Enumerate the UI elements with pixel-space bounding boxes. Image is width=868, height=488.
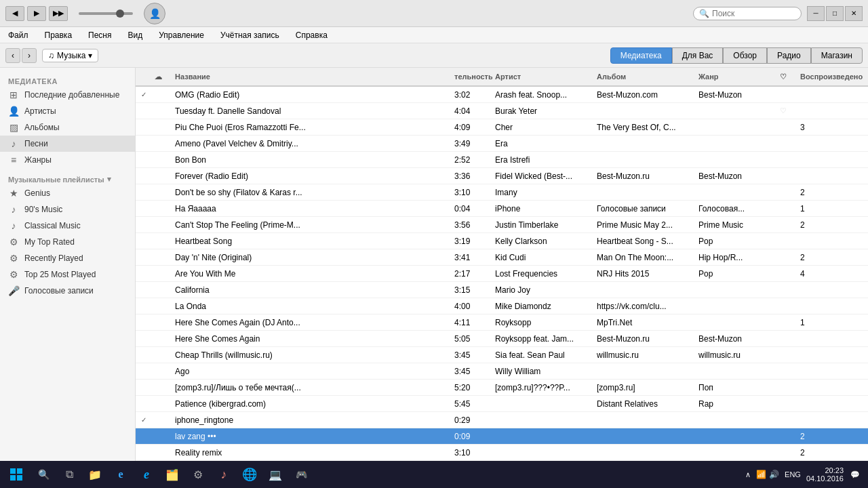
play-button[interactable]: ▶ [27,6,46,21]
taskbar-extra[interactable]: 🎮 [289,462,313,487]
sidebar-item-last-added[interactable]: ⊞ Последние добавленные [0,87,135,103]
sidebar-item-classical[interactable]: ♪ Classical Music [0,218,135,234]
location-box[interactable]: ♫ Музыка ▾ [42,49,98,62]
taskbar-ie[interactable]: e [134,462,159,487]
taskbar-edge[interactable]: e [108,462,133,487]
taskbar-settings[interactable]: ⚙ [186,462,210,487]
col-plays[interactable]: Воспроизведено [797,73,865,81]
search-box[interactable]: 🔍 [693,7,802,20]
table-row[interactable]: ✓ OMG (Radio Edit) 3:02 Arash feat. Snoo… [136,87,868,103]
table-row[interactable]: ✓ iphone_ringtone 0:29 [136,412,868,428]
table-row[interactable]: Here She Comes Again 5:05 Royksopp feat.… [136,331,868,347]
sidebar-item-voice-memos[interactable]: 🎤 Голосовые записи [0,283,135,299]
start-button[interactable] [3,462,30,487]
title-bar: ◀ ▶ ▶▶ 👤 🔍 ─ □ ✕ [0,0,868,27]
playlists-section-label[interactable]: Музыкальные плейлисты ▾ [0,168,135,185]
sidebar-item-top-25[interactable]: ⚙ Top 25 Most Played [0,266,135,283]
sidebar-item-label: Голосовые записи [24,286,94,296]
volume-slider[interactable] [79,12,133,15]
menu-file[interactable]: Файл [5,29,31,41]
close-button[interactable]: ✕ [845,6,863,21]
sidebar-item-90s[interactable]: ♪ 90's Music [0,201,135,218]
menu-help[interactable]: Справка [293,29,330,41]
table-row[interactable]: Ago 3:45 Willy William [136,363,868,380]
menu-view[interactable]: Вид [125,29,146,41]
menu-controls[interactable]: Управление [156,29,207,41]
table-row[interactable]: [zomp3.ru]/Лишь о тебе мечтая(... 5:20 [… [136,380,868,396]
sidebar-item-albums[interactable]: ▨ Альбомы [0,119,135,136]
minimize-button[interactable]: ─ [807,6,825,21]
table-row[interactable]: Piu Che Puoi (Eros Ramazzotti Fe... 4:09… [136,119,868,136]
table-row[interactable]: La Onda 4:00 Mike Diamondz https://vk.co… [136,298,868,314]
taskbar-search[interactable]: 🔍 [31,462,56,487]
track-duration: 3:49 [452,139,492,148]
table-row[interactable]: Cheap Thrills (willmusic.ru) 3:45 Sia fe… [136,347,868,363]
sidebar-item-recently-played[interactable]: ⚙ Recently Played [0,250,135,266]
playlists-expand-icon[interactable]: ▾ [107,175,111,184]
taskbar-folder[interactable]: 🗂️ [160,462,184,487]
track-album: Best-Muzon.com [594,90,696,100]
track-duration: 3:02 [452,90,492,100]
media-library-section-label: Медиатека [0,73,135,87]
tab-store[interactable]: Магазин [811,47,863,64]
table-row[interactable]: lav zang ••• 0:09 2 [136,428,868,445]
table-row[interactable]: Can't Stop The Feeling (Prime-M... 3:56 … [136,217,868,233]
taskbar-chrome[interactable]: 🌐 [237,462,262,487]
taskbar-itunes[interactable]: ♪ [212,462,236,487]
track-name: Patience (kibergrad.com) [172,399,452,409]
account-button[interactable]: 👤 [144,3,165,24]
my-top-rated-icon: ⚙ [8,237,19,247]
table-row[interactable]: Ameno (Pavel Velchev & Dmitriy... 3:49 E… [136,136,868,152]
main-layout: Медиатека ⊞ Последние добавленные 👤 Арти… [0,68,868,461]
forward-button[interactable]: › [22,48,37,63]
table-row[interactable]: Day 'n' Nite (Original) 3:41 Kid Cudi Ma… [136,249,868,266]
table-row[interactable]: California 3:15 Mario Joy [136,282,868,298]
tab-library[interactable]: Медиатека [610,47,672,64]
table-row[interactable]: Don't be so shy (Filatov & Karas r... 3:… [136,184,868,201]
track-duration: 3:56 [452,220,492,230]
task-view-button[interactable]: ⧉ [57,462,81,487]
table-row[interactable]: Are You With Me 2:17 Lost Frequencies NR… [136,266,868,282]
tab-radio[interactable]: Радио [767,47,811,64]
table-row[interactable]: Heartbeat Song 3:19 Kelly Clarkson Heart… [136,233,868,249]
back-button[interactable]: ‹ [5,48,20,63]
prev-button[interactable]: ◀ [5,6,24,21]
table-row[interactable]: Tuesday ft. Danelle Sandoval 4:04 Burak … [136,103,868,119]
menu-account[interactable]: Учётная запись [218,29,282,41]
tab-for-you[interactable]: Для Вас [672,47,724,64]
table-row[interactable]: На Яааааа 0:04 iPhone Голосовые записи Г… [136,201,868,217]
track-name: Piu Che Puoi (Eros Ramazzotti Fe... [172,123,452,132]
search-input[interactable] [712,9,793,18]
maximize-button[interactable]: □ [826,6,844,21]
taskbar-explorer[interactable]: 📁 [83,462,107,487]
notification-icon[interactable]: 💬 [850,470,860,479]
sidebar-item-genres[interactable]: ≡ Жанры [0,152,135,168]
taskbar-expand-icon[interactable]: ∧ [745,470,751,479]
col-name[interactable]: Название [172,73,452,81]
sidebar-item-genius[interactable]: ★ Genius [0,185,135,201]
table-row[interactable]: Forever (Radio Edit) 3:36 Fidel Wicked (… [136,168,868,184]
tab-browse[interactable]: Обзор [723,47,767,64]
menu-song[interactable]: Песня [85,29,114,41]
track-genre: Best-Muzon [696,171,777,181]
col-duration[interactable]: тельность [452,73,492,81]
track-heart[interactable]: ♡ [777,106,797,115]
taskbar-files[interactable]: 💻 [263,462,288,487]
sidebar-item-artists[interactable]: 👤 Артисты [0,103,135,119]
track-duration: 4:04 [452,106,492,116]
col-artist[interactable]: Артист [492,73,594,81]
table-row[interactable]: Here She Comes Again (DJ Anto... 4:11 Ro… [136,314,868,331]
col-genre[interactable]: Жанр [696,73,777,81]
col-album[interactable]: Альбом [594,73,696,81]
table-row[interactable]: Patience (kibergrad.com) 5:45 Distant Re… [136,396,868,412]
volume-thumb[interactable] [116,9,124,18]
table-row[interactable]: Bon Bon 2:52 Era Istrefi [136,152,868,168]
table-row[interactable]: Reality remix 3:10 2 [136,445,868,461]
menu-edit[interactable]: Правка [42,29,75,41]
sidebar-item-my-top-rated[interactable]: ⚙ My Top Rated [0,234,135,250]
track-check: ✓ [138,91,152,98]
next-button[interactable]: ▶▶ [49,6,68,21]
dropdown-icon[interactable]: ▾ [88,51,92,60]
track-plays: 4 [797,269,865,279]
sidebar-item-songs[interactable]: ♪ Песни [0,136,135,152]
